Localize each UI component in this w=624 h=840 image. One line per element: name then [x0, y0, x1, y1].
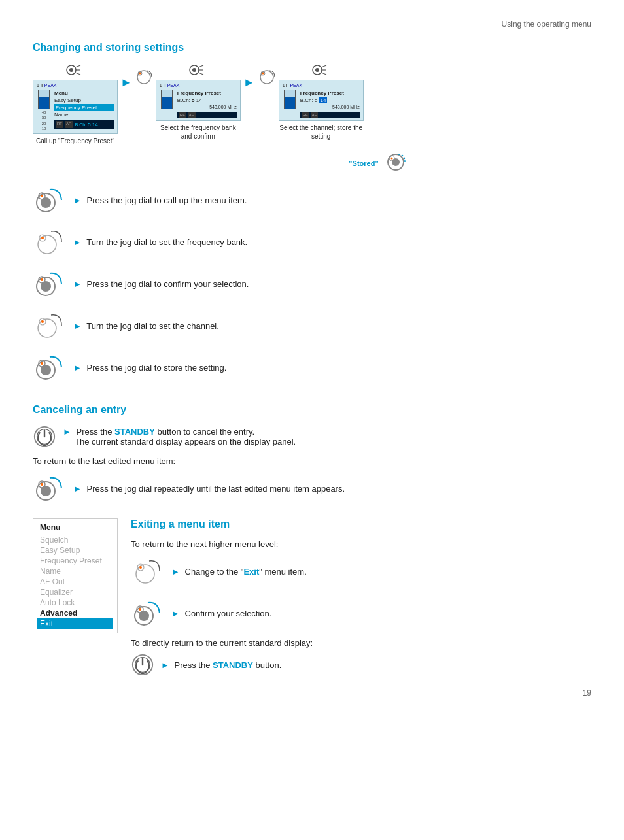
- instruction-4: ► Turn the jog dial to set the channel.: [33, 309, 591, 343]
- exiting-content: Exiting a menu item To return to the nex…: [131, 518, 591, 684]
- to-return-label: To return to the last edited menu item:: [33, 456, 591, 466]
- exit-instruction-1: ► Change to the "Exit" menu item.: [131, 554, 591, 588]
- instruction-3: ► Press the jog dial to confirm your sel…: [33, 267, 591, 301]
- instruction-1-text: ► Press the jog dial to call up the menu…: [73, 195, 247, 205]
- stored-label: "Stored": [349, 160, 378, 167]
- section1-title: Changing and storing settings: [33, 42, 591, 54]
- section-canceling: Canceling an entry ► Press the STANDBY b…: [33, 404, 591, 505]
- jog-turn-icon-channel: [33, 309, 67, 343]
- menu-item-name: Name: [40, 566, 111, 577]
- jog-turn-icon-exit: [131, 554, 165, 588]
- instruction-2-label: Turn the jog dial to set the frequency b…: [86, 237, 247, 247]
- instruction-3-text: ► Press the jog dial to confirm your sel…: [73, 279, 249, 289]
- svg-point-27: [41, 195, 43, 197]
- standby-icon-1: [33, 425, 56, 448]
- jog-press-icon-3: [33, 267, 67, 301]
- menu-item-exit: Exit: [37, 618, 113, 629]
- display-panel-1: 1IIPEAK 40 30 20 10 Me: [33, 80, 118, 134]
- menu-item-freq-preset: Frequency Preset: [40, 556, 111, 566]
- page-header: Using the operating menu: [33, 20, 591, 29]
- standby-label-2: STANDBY: [213, 660, 253, 670]
- svg-point-55: [139, 611, 149, 621]
- svg-line-10: [198, 65, 203, 67]
- diagram-1: 1IIPEAK 40 30 20 10 Me: [33, 63, 118, 145]
- to-standard-label: To directly return to the current standa…: [131, 638, 591, 648]
- svg-point-9: [192, 68, 196, 72]
- stored-area: "Stored": [164, 152, 591, 173]
- exit-instruction-3: ► Press the STANDBY button.: [131, 653, 591, 677]
- jog-press-icon-1: [33, 183, 67, 217]
- svg-point-48: [41, 486, 51, 496]
- svg-point-28: [41, 197, 51, 208]
- exit-suffix-3: button.: [256, 660, 282, 670]
- jog-icon-small-2: [189, 63, 207, 77]
- cancel-line2: The current standard display appears on …: [63, 437, 296, 446]
- standby-label-1: STANDBY: [114, 427, 155, 437]
- diagram-2-caption: Select the frequency bank and confirm: [156, 124, 241, 141]
- instruction-1-label: Press the jog dial to call up the menu i…: [87, 195, 247, 205]
- exit-instruction-3-text: ► Press the STANDBY button.: [161, 660, 281, 670]
- display-panel-2: 1IIPEAK Frequency Preset B.Ch: 5 14 543.…: [156, 80, 241, 121]
- jog-icon-small-3: [312, 63, 330, 77]
- cancel-instruction-2: ► Press the jog dial repeatedly until th…: [33, 471, 591, 505]
- instruction-5-text: ► Press the jog dial to store the settin…: [73, 363, 226, 373]
- diagrams-row: 1IIPEAK 40 30 20 10 Me: [33, 63, 591, 145]
- svg-point-31: [41, 237, 44, 239]
- cancel-instruction-1: ► Press the STANDBY button to cancel the…: [33, 425, 591, 448]
- svg-point-1: [69, 68, 73, 72]
- instruction-4-text: ► Turn the jog dial to set the channel.: [73, 321, 219, 331]
- menu-item-easy-setup: Easy Setup: [40, 545, 111, 556]
- jog-turn-icon-2: [258, 68, 276, 86]
- section-exiting: Menu Squelch Easy Setup Frequency Preset…: [33, 518, 591, 684]
- menu-item-advanced: Advanced: [40, 608, 111, 618]
- cancel-instruction-1-text: ► Press the STANDBY button to cancel the…: [63, 427, 296, 446]
- jog-repeat-icon: [33, 471, 67, 505]
- svg-point-54: [139, 608, 141, 611]
- instruction-5: ► Press the jog dial to store the settin…: [33, 350, 591, 384]
- standby-icon-2: [131, 653, 154, 677]
- svg-line-12: [198, 73, 203, 75]
- menu-item-equalizer: Equalizer: [40, 587, 111, 597]
- svg-point-24: [392, 158, 400, 166]
- page: Using the operating menu Changing and st…: [0, 0, 624, 717]
- svg-point-17: [315, 68, 319, 72]
- svg-point-38: [41, 320, 44, 323]
- svg-point-35: [41, 281, 51, 292]
- svg-point-34: [41, 278, 43, 281]
- display-panel-3: 1IIPEAK Frequency Preset B.Ch: 5 14 543.…: [279, 80, 364, 121]
- svg-line-2: [75, 65, 80, 67]
- exit-instruction-1-text: ► Change to the "Exit" menu item.: [171, 567, 307, 577]
- svg-point-23: [390, 158, 392, 160]
- jog-press-icon-stored: [385, 152, 406, 173]
- arrow-2: ►: [243, 76, 255, 90]
- exit-instruction-2: ► Confirm your selection.: [131, 596, 591, 630]
- svg-point-49: [136, 565, 154, 583]
- diagram-3: 1IIPEAK Frequency Preset B.Ch: 5 14 543.…: [279, 63, 364, 141]
- svg-line-18: [321, 65, 326, 67]
- section-changing: Changing and storing settings: [33, 42, 591, 384]
- instruction-4-label: Turn the jog dial to set the channel.: [86, 321, 219, 331]
- section2-title: Canceling an entry: [33, 404, 591, 416]
- header-text: Using the operating menu: [502, 20, 591, 29]
- svg-line-4: [75, 73, 80, 75]
- jog-turn-icon: [135, 68, 153, 86]
- jog-press-icon-5: [33, 350, 67, 384]
- instruction-5-label: Press the jog dial to store the setting.: [87, 363, 227, 373]
- svg-point-42: [41, 365, 51, 375]
- svg-line-20: [321, 73, 326, 75]
- menu-sidebar-label: Menu: [40, 523, 111, 532]
- menu-sidebar: Menu Squelch Easy Setup Frequency Preset…: [33, 518, 118, 633]
- diagram-1-caption: Call up "Frequency Preset": [36, 137, 114, 145]
- instruction-1: ► Press the jog dial to call up the menu…: [33, 183, 591, 217]
- svg-point-7: [139, 73, 141, 75]
- jog-turn-icon-freq: [33, 225, 67, 259]
- menu-item-af-out: AF Out: [40, 577, 111, 587]
- diagram-2: 1IIPEAK Frequency Preset B.Ch: 5 14 543.…: [156, 63, 241, 141]
- svg-point-29: [38, 235, 56, 254]
- svg-point-51: [139, 566, 142, 569]
- instruction-3-label: Press the jog dial to confirm your selec…: [87, 279, 249, 289]
- dial-turn-1: [135, 68, 153, 86]
- svg-point-36: [38, 319, 56, 337]
- jog-icon-small: [66, 63, 84, 77]
- dial-turn-2: [258, 68, 276, 86]
